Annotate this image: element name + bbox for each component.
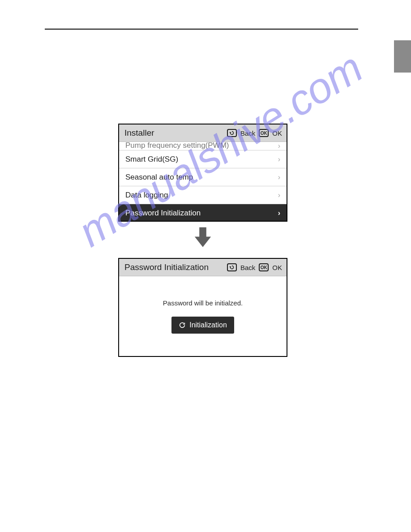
chevron-right-icon: ›	[278, 155, 280, 163]
back-label: Back	[240, 264, 255, 271]
svg-marker-1	[195, 236, 211, 247]
list-item-label: Pump frequency setting(PWM)	[125, 142, 229, 150]
ok-icon[interactable]: OK	[259, 129, 269, 137]
svg-rect-0	[199, 227, 206, 238]
menu-list: Pump frequency setting(PWM) › Smart Grid…	[119, 142, 287, 221]
list-item-label: Seasonal auto temp	[125, 173, 193, 182]
back-icon[interactable]	[227, 263, 237, 271]
arrow-down-icon	[190, 226, 216, 249]
list-item-selected[interactable]: Password Initialization ›	[119, 204, 287, 221]
list-item[interactable]: Seasonal auto temp ›	[119, 168, 287, 186]
back-label: Back	[240, 129, 255, 137]
ok-label: OK	[272, 129, 282, 137]
installer-panel: Installer Back OK OK Pump frequency sett…	[118, 124, 287, 222]
chevron-right-icon: ›	[278, 191, 280, 199]
list-item-label: Smart Grid(SG)	[125, 155, 178, 164]
password-init-header: Password Initialization Back OK OK	[119, 259, 287, 276]
back-icon[interactable]	[227, 129, 237, 137]
password-init-body: Password will be initialzed. Initializat…	[119, 276, 287, 356]
list-item-label: Password Initialization	[125, 209, 201, 218]
page-side-tab	[394, 40, 411, 73]
chevron-right-icon: ›	[278, 173, 280, 181]
panel-title: Password Initialization	[124, 262, 209, 272]
initialization-button-label: Initialization	[189, 321, 227, 329]
password-init-panel: Password Initialization Back OK OK Passw…	[118, 258, 287, 357]
chevron-right-icon: ›	[278, 142, 280, 150]
initialization-button[interactable]: Initialization	[171, 317, 234, 334]
list-item[interactable]: Data logging ›	[119, 186, 287, 204]
info-text: Password will be initialzed.	[163, 299, 243, 307]
list-item-label: Data logging	[125, 191, 168, 200]
top-rule	[45, 29, 358, 30]
header-actions: Back OK OK	[227, 263, 282, 271]
list-item[interactable]: Smart Grid(SG) ›	[119, 150, 287, 168]
chevron-right-icon: ›	[278, 209, 280, 217]
ok-label: OK	[272, 264, 282, 271]
ok-icon[interactable]: OK	[259, 263, 269, 271]
list-item[interactable]: Pump frequency setting(PWM) ›	[119, 142, 287, 150]
panel-title: Installer	[124, 128, 154, 138]
refresh-icon	[179, 322, 186, 329]
installer-panel-header: Installer Back OK OK	[119, 124, 287, 142]
header-actions: Back OK OK	[227, 129, 282, 137]
